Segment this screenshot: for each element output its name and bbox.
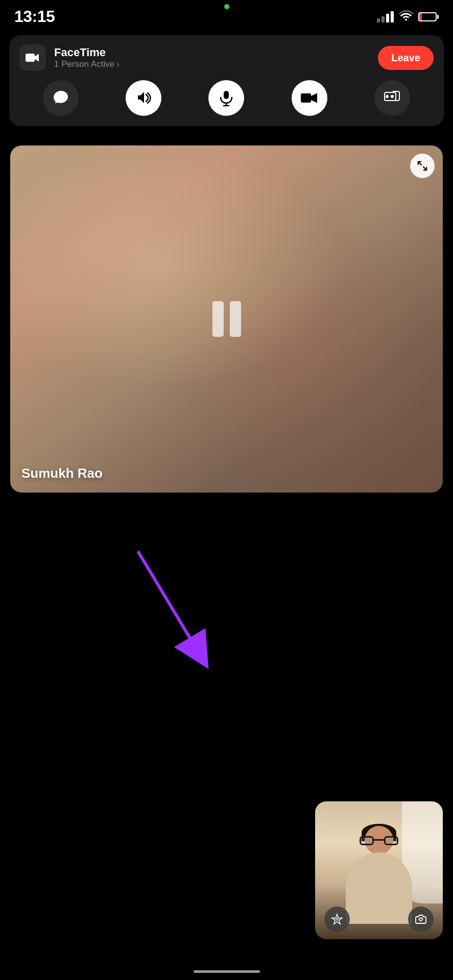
banner-top: FaceTime 1 Person Active › Leave: [19, 44, 434, 71]
self-view-controls: [315, 906, 443, 932]
speaker-icon: [135, 89, 152, 107]
svg-rect-4: [301, 93, 311, 103]
video-camera-icon: [26, 51, 40, 65]
signal-bars-icon: [377, 11, 394, 22]
flip-camera-icon: [415, 913, 427, 925]
status-time: 13:15: [14, 7, 55, 26]
banner-title-group: FaceTime 1 Person Active ›: [54, 46, 119, 69]
video-button[interactable]: [292, 80, 327, 116]
annotation-arrow: [97, 541, 250, 684]
green-dot-indicator: [224, 4, 229, 9]
flip-camera-button[interactable]: [408, 906, 434, 932]
svg-point-9: [336, 918, 339, 921]
effects-icon: [331, 913, 343, 925]
svg-point-7: [391, 95, 394, 98]
pause-indicator: [212, 301, 241, 337]
glasses-right: [384, 836, 398, 845]
chat-button[interactable]: [43, 80, 79, 116]
expand-icon: [417, 160, 428, 172]
banner-left: FaceTime 1 Person Active ›: [19, 44, 119, 71]
chat-icon: [52, 89, 69, 107]
svg-rect-1: [224, 91, 229, 99]
speaker-button[interactable]: [126, 80, 161, 116]
home-indicator: [194, 970, 260, 973]
facetime-banner: FaceTime 1 Person Active › Leave: [9, 35, 444, 126]
facetime-app-icon: [19, 44, 46, 71]
microphone-icon: [218, 89, 235, 107]
active-persons-label[interactable]: 1 Person Active ›: [54, 59, 119, 69]
effects-button[interactable]: [324, 906, 350, 932]
status-icons: [377, 10, 439, 24]
self-view-panel[interactable]: [315, 801, 443, 939]
battery-icon: [418, 12, 439, 21]
video-icon: [301, 89, 318, 107]
svg-rect-0: [26, 54, 35, 62]
caller-name-label: Sumukh Rao: [21, 465, 103, 481]
shareplay-icon: [384, 89, 401, 107]
svg-line-8: [138, 551, 199, 653]
leave-button[interactable]: Leave: [378, 46, 434, 70]
status-bar: 13:15: [0, 0, 453, 30]
svg-point-6: [386, 95, 389, 98]
call-controls-row: [19, 80, 434, 116]
glasses-bridge: [374, 839, 384, 841]
shareplay-button[interactable]: [374, 80, 410, 116]
main-video-panel[interactable]: Sumukh Rao: [10, 145, 443, 493]
app-name-label: FaceTime: [54, 46, 119, 59]
chevron-right-icon: ›: [116, 60, 119, 69]
glasses-left: [360, 836, 374, 845]
expand-video-button[interactable]: [410, 154, 435, 178]
mute-button[interactable]: [208, 80, 244, 116]
wifi-icon: [399, 10, 413, 24]
